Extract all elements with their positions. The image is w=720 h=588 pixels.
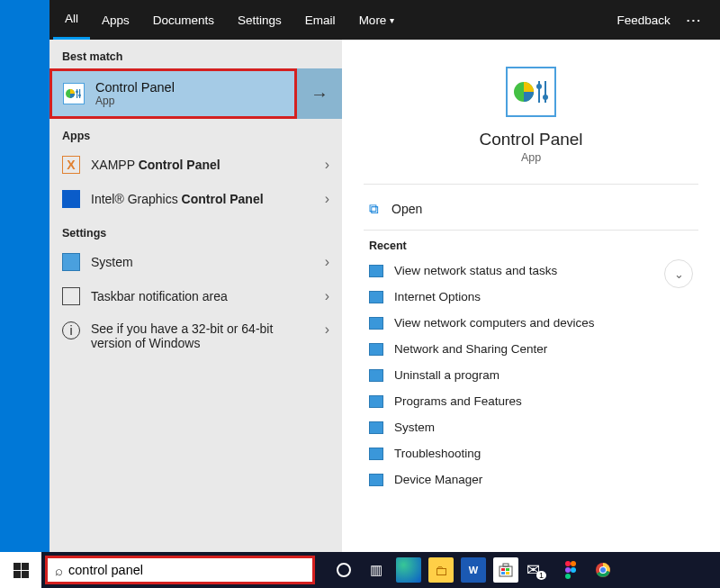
svg-point-20: [565, 574, 571, 579]
svg-rect-10: [500, 566, 512, 576]
best-match-row[interactable]: Control Panel App →: [50, 68, 342, 119]
svg-point-18: [565, 567, 571, 573]
recent-item[interactable]: Device Manager: [342, 466, 720, 493]
microsoft-store-icon[interactable]: [493, 557, 518, 583]
svg-point-4: [78, 95, 81, 97]
svg-rect-14: [501, 572, 505, 574]
file-explorer-icon[interactable]: 🗀: [428, 557, 454, 583]
detail-pane: Control Panel App ⧉ Open ⌄ Recent View n…: [342, 40, 720, 552]
settings-header: Settings: [50, 216, 342, 245]
svg-point-19: [571, 567, 576, 573]
tab-all[interactable]: All: [53, 0, 90, 40]
start-button[interactable]: [0, 552, 41, 588]
svg-rect-11: [503, 564, 508, 566]
more-options-icon[interactable]: ···: [687, 14, 702, 27]
cpl-icon: [369, 317, 383, 330]
search-icon: ⌕: [55, 563, 63, 578]
result-system[interactable]: System ›: [50, 245, 342, 279]
recent-item[interactable]: Programs and Features: [342, 388, 720, 414]
recent-item[interactable]: Uninstall a program: [342, 362, 720, 388]
best-match-title: Control Panel: [95, 80, 175, 95]
filter-tabs: All Apps Documents Settings Email More▾: [53, 0, 406, 40]
tab-apps[interactable]: Apps: [90, 0, 141, 40]
svg-rect-1: [76, 89, 77, 98]
detail-subtitle: App: [521, 151, 541, 164]
chevron-right-icon: ›: [325, 157, 329, 173]
svg-point-16: [565, 561, 571, 566]
recent-item[interactable]: Network and Sharing Center: [342, 336, 720, 362]
intel-icon: [62, 190, 80, 208]
cpl-icon: [369, 343, 383, 356]
control-panel-icon: [63, 83, 85, 104]
chevron-right-icon: ›: [325, 288, 329, 304]
windows-logo-icon: [14, 563, 29, 578]
chevron-right-icon: ›: [325, 191, 329, 207]
open-icon: ⧉: [369, 201, 379, 217]
open-action[interactable]: ⧉ Open: [342, 185, 720, 226]
recent-item[interactable]: System: [342, 414, 720, 440]
cpl-icon: [369, 291, 383, 303]
taskbar: ⌕ ▥ 🗀 W ✉1: [0, 552, 720, 588]
best-match-expand-button[interactable]: →: [297, 68, 342, 119]
tab-documents[interactable]: Documents: [141, 0, 226, 40]
control-panel-large-icon: [506, 67, 556, 117]
recent-item[interactable]: View network computers and devices: [342, 310, 720, 336]
info-icon: i: [62, 321, 80, 339]
recent-header: Recent: [342, 231, 720, 258]
chevron-right-icon: ›: [325, 254, 329, 270]
accent-strip: [0, 0, 50, 40]
svg-point-8: [536, 84, 542, 89]
tab-email[interactable]: Email: [293, 0, 347, 40]
cpl-icon: [369, 369, 383, 382]
tab-more[interactable]: More▾: [347, 0, 407, 40]
figma-icon[interactable]: [558, 557, 583, 583]
best-match-subtitle: App: [95, 95, 175, 107]
monitor-icon: [62, 253, 80, 271]
chrome-icon[interactable]: [590, 557, 616, 583]
cpl-icon: [369, 395, 383, 408]
cortana-icon[interactable]: [331, 557, 356, 583]
cpl-icon: [369, 474, 383, 486]
result-32-64-bit[interactable]: i See if you have a 32-bit or 64-bit ver…: [50, 313, 342, 358]
recent-item[interactable]: View network status and tasks: [342, 258, 720, 284]
cpl-icon: [369, 421, 383, 434]
results-pane: Best match Control Panel App → Apps X XA…: [50, 40, 342, 552]
taskbar-icons: ▥ 🗀 W ✉1: [331, 557, 616, 583]
svg-rect-2: [79, 89, 80, 98]
svg-point-3: [76, 91, 78, 94]
tab-settings[interactable]: Settings: [226, 0, 293, 40]
chevron-down-icon: ⌄: [674, 267, 684, 281]
taskbar-search-box[interactable]: ⌕: [45, 556, 315, 584]
mail-icon[interactable]: ✉1: [526, 557, 551, 583]
recent-item[interactable]: Internet Options: [342, 284, 720, 310]
apps-header: Apps: [50, 119, 342, 148]
result-taskbar-notification-area[interactable]: Taskbar notification area ›: [50, 279, 342, 313]
search-filter-bar: All Apps Documents Settings Email More▾ …: [0, 0, 720, 40]
detail-title: Control Panel: [479, 130, 582, 149]
word-icon[interactable]: W: [461, 557, 486, 583]
result-xampp-control-panel[interactable]: X XAMPP Control Panel ›: [50, 148, 342, 182]
task-view-icon[interactable]: ▥: [364, 557, 389, 583]
edge-browser-icon[interactable]: [396, 557, 421, 583]
chevron-down-icon: ▾: [390, 15, 394, 25]
feedback-link[interactable]: Feedback: [616, 14, 670, 27]
svg-rect-12: [501, 568, 505, 571]
svg-point-17: [571, 561, 576, 566]
svg-rect-13: [506, 568, 509, 571]
svg-point-9: [543, 95, 548, 100]
start-menu-sidebar: [0, 40, 50, 552]
result-intel-graphics-control-panel[interactable]: Intel® Graphics Control Panel ›: [50, 182, 342, 216]
svg-point-23: [600, 567, 606, 573]
recent-item[interactable]: Troubleshooting: [342, 440, 720, 466]
cpl-icon: [369, 448, 383, 460]
search-input[interactable]: [68, 563, 305, 577]
taskbar-icon: [62, 287, 80, 305]
chevron-right-icon: ›: [325, 321, 329, 338]
svg-rect-15: [506, 572, 509, 574]
cpl-icon: [369, 265, 383, 277]
arrow-right-icon: →: [310, 84, 328, 104]
xampp-icon: X: [62, 156, 80, 174]
best-match-header: Best match: [50, 40, 342, 68]
expand-actions-button[interactable]: ⌄: [664, 259, 693, 288]
